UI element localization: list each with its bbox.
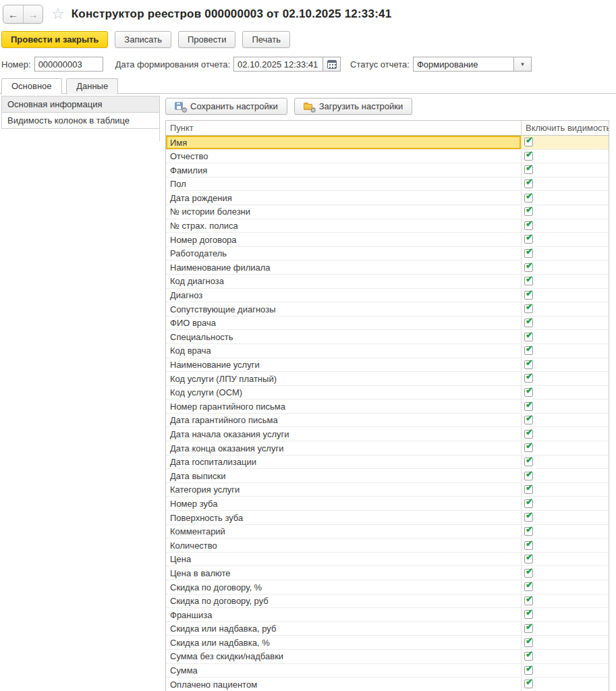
table-row[interactable]: Наименование филиала (166, 260, 609, 275)
visibility-checkbox[interactable] (524, 513, 533, 522)
status-field[interactable] (413, 57, 514, 72)
table-row[interactable]: Дата рождения (166, 191, 609, 205)
table-row[interactable]: Скидка или надбавка, руб (166, 622, 609, 636)
visibility-checkbox[interactable] (524, 402, 533, 411)
table-row[interactable]: Дата начала оказания услуги (166, 427, 609, 441)
table-row[interactable]: Диагноз (166, 289, 609, 303)
visibility-checkbox[interactable] (524, 597, 533, 605)
table-row[interactable]: Сумма (166, 664, 609, 678)
table-row[interactable]: Количество (166, 538, 609, 553)
visibility-checkbox[interactable] (524, 430, 533, 439)
column-header-visibility[interactable]: Включить видимость (522, 121, 609, 135)
table-row[interactable]: Имя (166, 136, 609, 150)
table-row[interactable]: Цена (166, 553, 609, 567)
table-row[interactable]: № истории болезни (166, 205, 609, 219)
visibility-checkbox[interactable] (524, 374, 533, 383)
visibility-checkbox[interactable] (524, 221, 533, 230)
print-button[interactable]: Печать (242, 31, 290, 48)
sidebar-item-main-info[interactable]: Основная информация (1, 96, 160, 113)
tab-main[interactable]: Основное (1, 78, 62, 94)
visibility-checkbox[interactable] (524, 277, 533, 285)
tab-data[interactable]: Данные (66, 78, 118, 94)
post-and-close-button[interactable]: Провести и закрыть (1, 31, 108, 48)
visibility-checkbox[interactable] (524, 416, 533, 424)
visibility-checkbox[interactable] (524, 472, 533, 480)
visibility-checkbox[interactable] (524, 624, 533, 633)
table-row[interactable]: Сопутствующие диагнозы (166, 302, 609, 316)
visibility-checkbox[interactable] (524, 541, 533, 550)
post-button[interactable]: Провести (178, 31, 236, 48)
visibility-checkbox[interactable] (524, 610, 533, 619)
visibility-checkbox[interactable] (524, 291, 533, 300)
table-row[interactable]: Скидка по договору, руб (166, 595, 609, 609)
visibility-checkbox[interactable] (524, 207, 533, 216)
visibility-checkbox[interactable] (524, 194, 533, 202)
table-row[interactable]: Наименование услуги (166, 358, 609, 372)
table-row[interactable]: ФИО врача (166, 316, 609, 331)
table-row[interactable]: Сумма без скидки/надбавки (166, 650, 609, 664)
table-row[interactable]: Работодатель (166, 247, 609, 261)
visibility-checkbox[interactable] (524, 179, 533, 188)
number-field[interactable] (34, 57, 103, 72)
visibility-checkbox[interactable] (524, 555, 533, 563)
table-row[interactable]: Номер договора (166, 233, 609, 247)
status-dropdown-button[interactable]: ▾ (514, 57, 532, 72)
visibility-checkbox[interactable] (524, 443, 533, 452)
table-row[interactable]: Категория услуги (166, 483, 609, 497)
visibility-checkbox[interactable] (524, 569, 533, 578)
visibility-checkbox[interactable] (524, 360, 533, 369)
visibility-checkbox[interactable] (524, 582, 533, 591)
visibility-checkbox[interactable] (524, 304, 533, 313)
load-settings-button[interactable]: Загрузить настройки (294, 98, 413, 115)
table-row[interactable]: Дата выписки (166, 469, 609, 483)
table-row[interactable]: Скидка по договору, % (166, 580, 609, 595)
visibility-checkbox[interactable] (524, 138, 533, 146)
visibility-checkbox[interactable] (524, 333, 533, 341)
visibility-checkbox[interactable] (524, 249, 533, 258)
table-row[interactable]: Поверхность зуба (166, 511, 609, 525)
table-row[interactable]: Комментарий (166, 525, 609, 539)
table-row[interactable]: Номер гарантийного письма (166, 399, 609, 414)
table-row[interactable]: Номер зуба (166, 497, 609, 511)
visibility-checkbox[interactable] (524, 458, 533, 466)
table-row[interactable]: № страх. полиса (166, 219, 609, 233)
visibility-checkbox[interactable] (524, 319, 533, 327)
table-row[interactable]: Оплачено пациентом (166, 678, 609, 691)
column-header-item[interactable]: Пункт (166, 121, 522, 135)
save-settings-button[interactable]: Сохранить настройки (165, 98, 287, 115)
table-row[interactable]: Специальность (166, 330, 609, 344)
table-row[interactable]: Цена в валюте (166, 566, 609, 580)
visibility-checkbox[interactable] (524, 680, 533, 688)
visibility-checkbox[interactable] (524, 666, 533, 675)
table-row[interactable]: Дата госпитализации (166, 455, 609, 470)
table-row[interactable]: Код диагноза (166, 275, 609, 289)
table-row[interactable]: Дата гарантийного письма (166, 414, 609, 428)
visibility-checkbox[interactable] (524, 485, 533, 494)
visibility-checkbox[interactable] (524, 638, 533, 647)
visibility-checkbox[interactable] (524, 152, 533, 161)
visibility-checkbox[interactable] (524, 165, 533, 174)
table-row[interactable]: Пол (166, 177, 609, 192)
visibility-checkbox[interactable] (524, 346, 533, 355)
sidebar-item-column-visibility[interactable]: Видимость колонок в таблице (1, 112, 160, 129)
visibility-checkbox[interactable] (524, 235, 533, 244)
visibility-checkbox[interactable] (524, 527, 533, 536)
table-row[interactable]: Код услуги (ЛПУ платный) (166, 372, 609, 386)
visibility-checkbox[interactable] (524, 263, 533, 272)
table-row[interactable]: Скидка или надбавка, % (166, 636, 609, 650)
forward-icon[interactable]: → (23, 5, 43, 23)
report-date-field[interactable] (233, 57, 323, 72)
table-row[interactable]: Фамилия (166, 163, 609, 177)
calendar-picker-button[interactable] (323, 57, 341, 72)
visibility-checkbox[interactable] (524, 652, 533, 661)
visibility-checkbox[interactable] (524, 388, 533, 397)
table-row[interactable]: Франшиза (166, 608, 609, 622)
back-icon[interactable]: ← (3, 5, 23, 23)
table-row[interactable]: Отчество (166, 150, 609, 164)
visibility-checkbox[interactable] (524, 499, 533, 508)
table-row[interactable]: Код врача (166, 344, 609, 358)
table-row[interactable]: Код услуги (ОСМ) (166, 386, 609, 400)
table-row[interactable]: Дата конца оказания услуги (166, 441, 609, 455)
favorite-star-icon[interactable]: ☆ (51, 7, 65, 22)
write-button[interactable]: Записать (115, 31, 171, 48)
